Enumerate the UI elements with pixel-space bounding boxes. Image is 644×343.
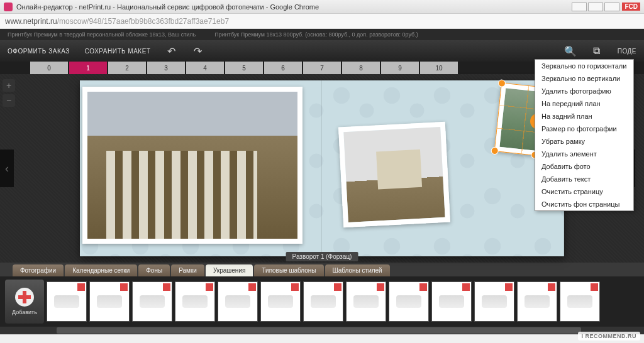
resize-handle-sw[interactable] [491,146,499,155]
window-minimize-button[interactable] [572,3,587,11]
delete-thumb-icon[interactable] [163,283,170,291]
page-tab-7[interactable]: 7 [303,62,341,74]
product-info-left: Принтбук Премиум в твердой персональной … [8,31,196,38]
zoom-out-button[interactable]: − [3,94,15,107]
resize-handle-nw[interactable] [497,79,506,87]
delete-thumb-icon[interactable] [377,283,384,291]
decoration-thumb[interactable] [431,281,472,322]
delete-thumb-icon[interactable] [291,283,299,291]
context-menu-item[interactable]: Удалить элемент [535,148,633,160]
decoration-preview [97,295,122,308]
window-maximize-button[interactable] [588,3,603,11]
decoration-preview [525,295,550,308]
favicon-icon [4,3,13,11]
context-menu: Зеркально по горизонталиЗеркально по вер… [535,59,634,211]
order-button[interactable]: ОФОРМИТЬ ЗАКАЗ [8,48,70,55]
decoration-preview [225,295,250,308]
undo-button[interactable]: ↶ [165,45,177,57]
prev-spread-button[interactable]: ‹ [0,150,14,187]
redo-button[interactable]: ↷ [192,45,203,57]
window-titlebar: Онлайн-редактор - netPrint.ru - Национал… [0,0,644,14]
gallery-tab[interactable]: Фоны [138,264,170,276]
context-menu-item[interactable]: На задний план [535,110,633,122]
context-menu-item[interactable]: На передний план [535,97,633,110]
window-close-button[interactable] [604,3,619,11]
search-icon[interactable]: 🔍 [565,45,576,57]
gallery-tab[interactable]: Рамки [171,264,204,276]
decoration-thumb[interactable] [47,281,87,322]
window-title: Онлайн-редактор - netPrint.ru - Национал… [16,3,319,11]
decoration-preview [311,295,336,308]
browser-scrollbar[interactable] [0,334,644,343]
gallery-scrollbar[interactable] [0,327,644,334]
book-spread[interactable]: ✥ [80,80,564,256]
decoration-thumb[interactable] [175,281,215,322]
context-menu-item[interactable]: Очистить фон страницы [535,198,633,210]
decoration-thumb[interactable] [218,281,258,322]
page-tab-5[interactable]: 5 [225,62,263,74]
decoration-preview [140,295,165,308]
share-button[interactable]: ПОДЕ [618,48,636,55]
zoom-controls: + − [3,79,15,107]
page-tab-4[interactable]: 4 [186,62,224,74]
add-decoration-button[interactable]: Добавить [5,280,44,324]
gallery-tab[interactable]: Типовые шаблоны [254,264,323,276]
decoration-preview [439,295,464,308]
page-tab-0[interactable]: 0 [30,62,68,74]
fcd-badge: FCD [622,3,640,11]
delete-thumb-icon[interactable] [591,283,598,291]
page-tab-8[interactable]: 8 [342,62,380,74]
context-menu-item[interactable]: Очистить страницу [535,185,633,198]
gallery-strip: Добавить [0,276,644,327]
decoration-preview [396,295,421,308]
delete-thumb-icon[interactable] [77,283,85,291]
delete-thumb-icon[interactable] [419,283,427,291]
decoration-thumb[interactable] [89,281,130,322]
decoration-thumb[interactable] [389,281,429,322]
gallery-tab[interactable]: Украшения [206,264,253,276]
gallery-tab[interactable]: Календарные сетки [65,264,137,276]
context-menu-item[interactable]: Убрать рамку [535,135,633,148]
context-menu-item[interactable]: Добавить текст [535,173,633,185]
photo-frame-2[interactable] [338,122,450,228]
decoration-preview [482,295,507,308]
left-page[interactable] [80,80,322,256]
page-tab-2[interactable]: 2 [108,62,146,74]
decoration-preview [567,295,592,308]
delete-thumb-icon[interactable] [462,283,470,291]
decoration-thumb[interactable] [346,281,386,322]
decoration-preview [54,295,79,308]
gallery-tab[interactable]: Шаблоны стилей [325,264,390,276]
context-menu-item[interactable]: Удалить фотографию [535,85,633,97]
context-menu-item[interactable]: Зеркально по горизонтали [535,60,633,72]
delete-thumb-icon[interactable] [120,283,128,291]
delete-thumb-icon[interactable] [248,283,256,291]
context-menu-item[interactable]: Зеркально по вертикали [535,72,633,85]
decoration-preview [182,295,208,308]
delete-thumb-icon[interactable] [334,283,341,291]
decoration-thumb[interactable] [260,281,301,322]
context-menu-item[interactable]: Добавить фото [535,160,633,173]
page-tab-6[interactable]: 6 [264,62,302,74]
zoom-in-button[interactable]: + [3,79,15,92]
decoration-thumb[interactable] [517,281,557,322]
delete-thumb-icon[interactable] [548,283,555,291]
page-tab-10[interactable]: 10 [420,62,458,74]
decoration-thumb[interactable] [132,281,172,322]
delete-thumb-icon[interactable] [206,283,213,291]
page-tab-9[interactable]: 9 [381,62,419,74]
decoration-preview [353,295,379,308]
context-menu-item[interactable]: Размер по фотографии [535,122,633,135]
clone-icon[interactable]: ⧉ [591,45,602,57]
decoration-thumb[interactable] [474,281,514,322]
decoration-thumb[interactable] [303,281,343,322]
decoration-thumb[interactable] [560,281,600,322]
right-page[interactable]: ✥ [322,80,564,256]
photo-frame-1[interactable] [82,87,303,244]
address-bar[interactable]: www.netprint.ru/moscow/948/157aaefbb9b8c… [0,14,644,29]
gallery-tab[interactable]: Фотографии [13,264,64,276]
page-tab-3[interactable]: 3 [147,62,185,74]
delete-thumb-icon[interactable] [505,283,513,291]
page-tab-1[interactable]: 1 [69,62,107,74]
save-layout-button[interactable]: СОХРАНИТЬ МАКЕТ [85,48,151,55]
